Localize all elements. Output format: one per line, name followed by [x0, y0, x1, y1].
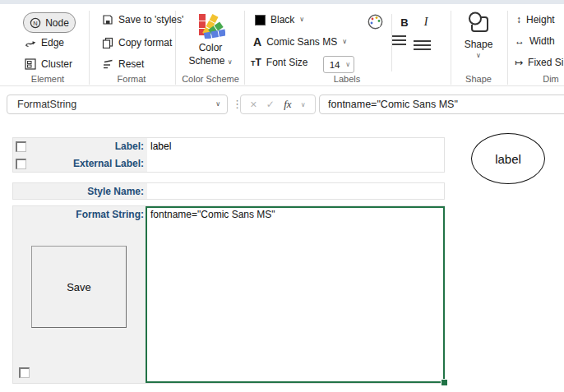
- formula-buttons: × ✓ fx ∨: [240, 95, 316, 114]
- italic-button[interactable]: I: [418, 14, 434, 30]
- height-arrow-icon: ↕: [516, 14, 521, 25]
- label-row: Label: label: [13, 138, 444, 155]
- external-label-row: External Label:: [13, 155, 444, 173]
- shape-button-label: Shape: [457, 39, 500, 50]
- name-box-value: FormatString: [17, 99, 215, 110]
- font-size-row: TT Font Size: [251, 57, 308, 68]
- node-preview-label: label: [495, 152, 521, 166]
- node-button[interactable]: N Node: [23, 12, 76, 33]
- svg-text:N: N: [33, 19, 37, 26]
- fixed-size-arrow-icon: ↦: [515, 57, 523, 68]
- font-name-label: Comic Sans MS: [266, 36, 337, 48]
- font-size-label: Font Size: [266, 57, 308, 68]
- cluster-button-label: Cluster: [41, 58, 72, 70]
- labels-group-label: Labels: [314, 74, 380, 84]
- bold-button[interactable]: B: [396, 14, 413, 30]
- shape-icon: [466, 11, 491, 35]
- group-separator: [89, 11, 90, 85]
- format-string-field-label: Format String:: [13, 206, 147, 224]
- shape-group-label: Shape: [446, 74, 511, 84]
- edge-button-label: Edge: [41, 37, 64, 48]
- reset-label: Reset: [118, 58, 144, 70]
- chevron-down-icon: ∨: [228, 58, 233, 66]
- chevron-down-icon: ∨: [215, 101, 220, 108]
- external-label-field-label: External Label:: [13, 155, 147, 173]
- label-field-label: Label:: [13, 138, 147, 155]
- style-name-block: Style Name:: [12, 182, 445, 200]
- ribbon: N Node Edge Cluster Element: [0, 4, 564, 86]
- edge-button[interactable]: Edge: [25, 37, 64, 48]
- insert-function-icon[interactable]: fx: [284, 98, 291, 111]
- style-name-field-label: Style Name:: [13, 183, 147, 201]
- cancel-icon[interactable]: ×: [250, 98, 257, 111]
- name-box[interactable]: FormatString ∨: [7, 95, 228, 114]
- copy-format-button[interactable]: Copy format: [102, 37, 172, 48]
- format-string-cell[interactable]: fontname="Comic Sans MS": [146, 206, 445, 383]
- font-size-spinner[interactable]: 14 ∨: [323, 56, 354, 73]
- shape-button[interactable]: Shape ∨: [457, 11, 500, 59]
- height-button[interactable]: ↕ Height: [516, 14, 555, 25]
- chevron-down-icon[interactable]: ∨: [301, 101, 306, 108]
- label-field-value[interactable]: label: [150, 138, 442, 155]
- node-circle-icon: N: [30, 17, 41, 29]
- edge-icon: [25, 37, 36, 48]
- palette-icon[interactable]: [367, 13, 384, 30]
- width-button[interactable]: ↔ Width: [515, 35, 555, 47]
- formula-value: fontname="Comic Sans MS": [328, 99, 458, 110]
- color-scheme-button[interactable]: Color Scheme ∨: [179, 9, 242, 67]
- reset-icon: [102, 58, 113, 70]
- save-to-styles-button[interactable]: Save to 'styles': [102, 14, 183, 25]
- font-color-label: Black: [270, 14, 294, 25]
- node-button-label: Node: [45, 17, 69, 29]
- height-label: Height: [526, 14, 555, 25]
- font-size-icon: TT: [251, 57, 261, 68]
- color-scheme-icon: [196, 9, 225, 39]
- label-block: Label: label External Label:: [12, 137, 445, 173]
- worksheet-area: Label: label External Label: Style Name:…: [0, 123, 564, 392]
- color-scheme-button-line2: Scheme: [188, 55, 224, 67]
- confirm-icon[interactable]: ✓: [266, 99, 275, 110]
- dim-group-label: Dim: [526, 74, 564, 84]
- chevron-down-icon: ∨: [345, 62, 354, 68]
- reset-button[interactable]: Reset: [102, 58, 144, 70]
- group-separator: [244, 11, 245, 85]
- formula-input[interactable]: fontname="Comic Sans MS": [319, 95, 564, 114]
- save-to-styles-label: Save to 'styles': [118, 14, 183, 25]
- bottom-checkbox[interactable]: [19, 367, 30, 378]
- font-size-value: 14: [324, 60, 345, 70]
- align-lines-icon[interactable]: [392, 35, 406, 45]
- node-preview-ellipse: label: [471, 133, 545, 184]
- justify-lines-icon[interactable]: [414, 40, 431, 50]
- color-swatch-icon: [255, 15, 266, 25]
- copy-icon: [102, 37, 113, 48]
- style-name-row: Style Name:: [13, 183, 444, 201]
- chevron-down-icon: ∨: [457, 53, 500, 59]
- cluster-button[interactable]: Cluster: [25, 58, 72, 70]
- fixed-size-button[interactable]: ↦ Fixed Si: [515, 57, 563, 68]
- formula-bar: FormatString ∨ ⋮ × ✓ fx ∨ fontname="Comi…: [0, 86, 564, 123]
- save-button[interactable]: Save: [31, 246, 127, 328]
- format-group-label: Format: [99, 74, 164, 84]
- element-group-label: Element: [15, 74, 81, 84]
- cluster-icon: [25, 58, 36, 70]
- save-icon: [102, 14, 113, 25]
- color-scheme-group-label: Color Scheme: [177, 74, 244, 84]
- app-window: N Node Edge Cluster Element: [0, 0, 564, 392]
- width-label: Width: [529, 35, 555, 47]
- fill-handle[interactable]: [441, 379, 448, 386]
- font-icon: A: [253, 35, 261, 48]
- chevron-down-icon: ∨: [299, 16, 304, 23]
- fixed-size-label: Fixed Si: [528, 57, 563, 68]
- width-arrow-icon: ↔: [515, 35, 525, 47]
- font-name-dropdown[interactable]: A Comic Sans MS ∨: [253, 35, 347, 48]
- font-color-dropdown[interactable]: Black ∨: [255, 14, 304, 25]
- chevron-down-icon: ∨: [342, 39, 347, 45]
- color-scheme-button-line1: Color: [179, 42, 242, 53]
- copy-format-label: Copy format: [118, 37, 172, 48]
